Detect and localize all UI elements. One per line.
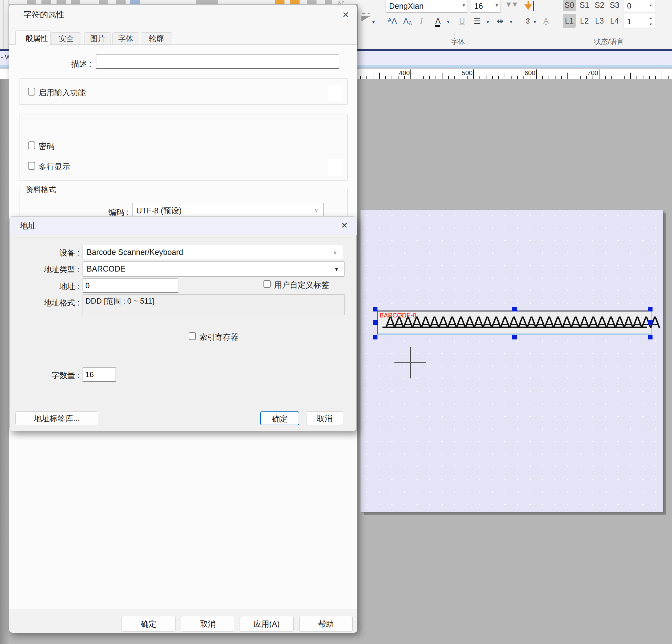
description-input[interactable] xyxy=(96,54,339,69)
chevron-down-icon[interactable]: ▾ xyxy=(510,20,512,24)
apply-button[interactable]: 应用(A) xyxy=(240,616,293,632)
font-size-combo[interactable]: 16 ▾ xyxy=(470,0,501,13)
spin-down-icon[interactable]: ▼ xyxy=(649,22,652,26)
ruler-label: 400 xyxy=(391,69,410,77)
decrease-font-icon[interactable]: Aₐ xyxy=(403,16,412,27)
state-button-s0[interactable]: S0 xyxy=(563,0,576,11)
state-button-s3[interactable]: S3 xyxy=(608,0,621,11)
toolbar-icon[interactable] xyxy=(27,0,36,4)
chevron-down-icon[interactable]: ▾ xyxy=(534,20,536,24)
ok-button[interactable]: 确定 xyxy=(121,616,176,632)
underline-icon[interactable]: U xyxy=(459,16,465,27)
align-center-icon[interactable] xyxy=(275,0,285,4)
close-icon[interactable]: ✕ xyxy=(339,9,353,21)
tab-security[interactable]: 安全 xyxy=(51,32,81,44)
vertical-spacing-icon[interactable]: ⇳ xyxy=(525,16,531,27)
ruler-tick xyxy=(423,76,424,79)
password-checkbox[interactable] xyxy=(28,141,35,149)
xy-tool-icon[interactable]: XY xyxy=(338,0,345,4)
ok-button[interactable]: 确定 xyxy=(260,411,299,425)
word-count-input[interactable] xyxy=(83,367,116,382)
chevron-down-icon[interactable]: ▾ xyxy=(372,20,375,24)
state-spinbox[interactable]: 0 ▼ xyxy=(624,0,655,12)
toolbar-icon[interactable] xyxy=(71,0,80,4)
selection-handle-mid-right[interactable] xyxy=(648,320,652,325)
tag-library-button[interactable]: 地址标签库... xyxy=(15,411,98,425)
tab-general[interactable]: 一般属性 xyxy=(15,31,50,45)
device-combo[interactable]: Barcode Scanner/Keyboard ∨ xyxy=(83,245,343,260)
chevron-down-icon[interactable]: ∨ xyxy=(333,249,337,256)
lang-button-l4[interactable]: L4 xyxy=(608,14,621,28)
dialog-header xyxy=(10,216,357,235)
address-type-combo[interactable]: BARCODE ▼ xyxy=(83,261,345,277)
lang-spinbox[interactable]: 1 ▲ ▼ xyxy=(624,14,655,29)
selection-handle-bottom-left[interactable] xyxy=(373,335,377,339)
encoding-combo[interactable]: UTF-8 (预设) ∨ xyxy=(132,203,324,217)
close-icon[interactable]: ✕ xyxy=(338,220,351,231)
workspace-left-shadow xyxy=(0,79,9,644)
font-name-combo[interactable]: DengXian ▾ xyxy=(386,0,468,13)
chevron-down-icon[interactable]: ▾ xyxy=(487,20,489,24)
ruler-tick xyxy=(492,76,493,79)
chevron-down-icon[interactable]: ▾ xyxy=(495,2,498,8)
ruler-tick xyxy=(611,76,612,79)
align-middle-icon[interactable] xyxy=(290,0,300,4)
toolbar-icon[interactable] xyxy=(99,0,108,4)
toolbar-icon[interactable] xyxy=(116,0,125,4)
toolbar-icon[interactable] xyxy=(130,0,140,4)
toolbar-icon[interactable] xyxy=(196,0,218,4)
spin-up-icon[interactable]: ▲ xyxy=(649,16,652,20)
selection-handle-bottom-right[interactable] xyxy=(648,335,652,339)
line-spacing-icon[interactable]: ☰ xyxy=(473,16,481,27)
selection-handle-top-left[interactable] xyxy=(373,307,377,312)
spin-down-icon[interactable]: ▼ xyxy=(649,3,652,7)
cancel-button[interactable]: 取消 xyxy=(306,411,343,425)
group-icon[interactable] xyxy=(307,0,316,4)
cancel-button[interactable]: 取消 xyxy=(181,616,235,632)
device-label: 设备 : xyxy=(39,248,80,258)
toolbar-icon[interactable] xyxy=(41,0,51,4)
index-register-checkbox[interactable] xyxy=(189,332,196,340)
custom-tag-checkbox[interactable] xyxy=(263,280,271,288)
selection-handle-bottom-mid[interactable] xyxy=(512,335,517,339)
ruler-tick xyxy=(668,76,669,79)
ruler-tick xyxy=(561,76,562,79)
selection-handle-top-mid[interactable] xyxy=(512,307,517,312)
toolbar-icon[interactable] xyxy=(57,0,66,4)
address-input[interactable] xyxy=(83,279,178,293)
horizontal-spacing-icon[interactable]: ⇹ xyxy=(497,16,504,27)
font-color-icon[interactable]: A xyxy=(435,16,441,27)
ruler-tick xyxy=(499,76,499,79)
mouse-cursor-icon xyxy=(361,16,370,21)
lang-button-l1[interactable]: L1 xyxy=(563,14,576,28)
multiline-checkbox[interactable] xyxy=(28,162,35,170)
help-button[interactable]: 帮助 xyxy=(299,616,353,632)
ruler-tick xyxy=(429,76,430,79)
font-grow-shrink-icon[interactable]: ▼▼ xyxy=(505,0,522,13)
design-canvas-page[interactable]: BARCODE-0 AAAAAAAAAAAAAAAAAAAAAAAAAAAAAA… xyxy=(360,210,663,512)
selection-handle-top-right[interactable] xyxy=(648,307,652,312)
increase-font-icon[interactable]: ᴬA xyxy=(388,16,397,27)
chevron-down-icon[interactable]: ▾ xyxy=(447,20,449,24)
italic-icon[interactable]: I xyxy=(420,16,423,27)
preview-well xyxy=(328,159,343,176)
enable-input-checkbox[interactable] xyxy=(28,88,35,95)
state-button-s1[interactable]: S1 xyxy=(578,0,591,11)
tab-picture[interactable]: 图片 xyxy=(84,32,111,44)
dialog-button-strip: 确定 取消 应用(A) 帮助 xyxy=(9,609,357,633)
encoding-value: UTF-8 (预设) xyxy=(136,206,181,215)
ruler-tick xyxy=(417,76,417,79)
tab-font[interactable]: 字体 xyxy=(112,32,139,44)
dropdown-arrow-icon[interactable]: ▼ xyxy=(334,266,339,272)
lang-button-l2[interactable]: L2 xyxy=(578,14,591,28)
state-button-s2[interactable]: S2 xyxy=(593,0,606,11)
barcode-text-element[interactable]: BARCODE-0 AAAAAAAAAAAAAAAAAAAAAAAAAAAAAA… xyxy=(377,311,652,335)
selection-handle-mid-left[interactable] xyxy=(373,320,377,325)
chevron-down-icon[interactable]: ▾ xyxy=(463,2,465,8)
tab-outline[interactable]: 轮廓 xyxy=(141,32,172,44)
lang-button-l3[interactable]: L3 xyxy=(593,14,606,28)
chevron-down-icon[interactable]: ∨ xyxy=(314,207,319,214)
distribute-icon[interactable] xyxy=(325,0,332,4)
apply-font-icon[interactable] xyxy=(524,1,538,13)
clear-format-icon[interactable]: Ḁ xyxy=(543,16,549,27)
